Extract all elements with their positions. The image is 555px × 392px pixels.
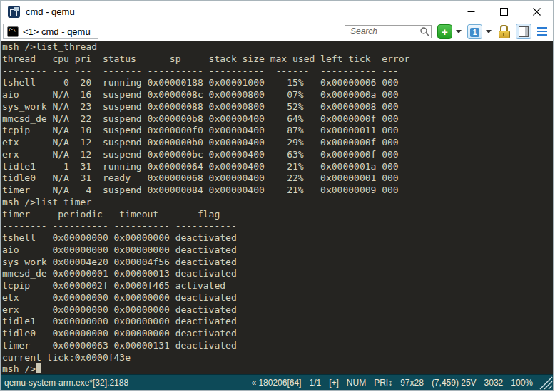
conemu-window: cmd - qemu C:\ <1> cmd - qemu +: [0, 0, 554, 391]
terminal-line: -------- --- --- ------- ---------- ----…: [2, 66, 553, 78]
terminal-line: timer N/A 4 suspend 0x00000084 0x0000040…: [2, 185, 553, 197]
conemu-logo-icon: [8, 6, 20, 18]
new-console-dropdown-icon[interactable]: [456, 30, 462, 33]
status-segment: « 180206[64]: [251, 378, 301, 388]
text-cursor: [36, 363, 41, 373]
terminal-line: msh />list_timer: [2, 197, 553, 209]
cmd-icon: C:\: [7, 26, 19, 37]
new-console-button[interactable]: +: [437, 24, 452, 39]
terminal-line: tcpip N/A 10 suspend 0x000000f0 0x000004…: [2, 125, 553, 137]
close-button[interactable]: [520, 1, 553, 22]
status-segment: 97x28: [400, 378, 424, 388]
terminal-line: tcpip 0x0000002f 0x0000f465 activated: [2, 280, 553, 292]
terminal-line: erx 0x00000000 0x00000000 deactivated: [2, 304, 553, 316]
maximize-button[interactable]: [487, 1, 520, 22]
tab-label: <1> cmd - qemu: [23, 26, 91, 37]
status-segment: NUM: [347, 378, 366, 388]
terminal-line: sys_work 0x00004e20 0x00004f56 deactivat…: [2, 257, 553, 269]
console-number: 1: [470, 28, 479, 37]
terminal-lines: msh />list_threadthread cpu pri status s…: [2, 41, 553, 363]
panes-icon: [519, 26, 529, 37]
status-segment: PRI↕: [374, 378, 392, 388]
resize-grip[interactable]: [537, 375, 553, 390]
status-segment: 100%: [511, 378, 533, 388]
terminal-line: tshell 0x00000000 0x00000000 deactivated: [2, 232, 553, 244]
search-icon[interactable]: [419, 26, 429, 36]
status-segment: 1/1: [309, 378, 321, 388]
console-list-dropdown-icon[interactable]: [486, 30, 492, 33]
main-menu-button[interactable]: [536, 25, 549, 38]
terminal-line: timer 0x00000063 0x00000131 deactivated: [2, 340, 553, 352]
view-panes-toggle[interactable]: [516, 24, 531, 39]
toolbar: + 1: [345, 24, 549, 39]
status-segment: (7,459) 25V: [432, 378, 477, 388]
terminal-line: thread cpu pri status sp stack size max …: [2, 53, 553, 66]
minimize-button[interactable]: [454, 1, 487, 22]
search-box[interactable]: [345, 25, 432, 38]
titlebar[interactable]: cmd - qemu: [1, 1, 553, 22]
prompt-line: msh />: [2, 363, 553, 374]
terminal-line: tidle0 0x00000000 0x00000000 deactivated: [2, 328, 553, 340]
terminal-line: msh />list_thread: [2, 41, 553, 53]
terminal-line: tidle1 1 31 running 0x00000064 0x0000040…: [2, 161, 553, 173]
status-bar: qemu-system-arm.exe*[32]:2188 « 180206[6…: [1, 374, 553, 390]
terminal-output[interactable]: msh />list_threadthread cpu pri status s…: [1, 41, 553, 374]
search-input[interactable]: [349, 26, 419, 37]
maximize-icon: [500, 8, 508, 16]
terminal-line: sys_work N/A 23 suspend 0x00000088 0x000…: [2, 101, 553, 113]
status-segment: [+]: [329, 378, 339, 388]
tab-bar: C:\ <1> cmd - qemu + 1: [1, 22, 553, 41]
active-console-button[interactable]: 1: [467, 24, 482, 39]
shell-prompt: msh />: [2, 363, 36, 374]
window-controls: [454, 1, 553, 22]
terminal-line: tshell 0 20 running 0x00000188 0x0000100…: [2, 77, 553, 89]
hamburger-icon: [537, 27, 547, 29]
terminal-line: aio N/A 16 suspend 0x0000008c 0x00000800…: [2, 89, 553, 101]
terminal-line: etx N/A 12 suspend 0x000000b0 0x00000400…: [2, 137, 553, 149]
terminal-line: erx N/A 12 suspend 0x000000bc 0x00000400…: [2, 149, 553, 161]
terminal-line: tidle0 N/A 31 ready 0x00000068 0x0000040…: [2, 172, 553, 185]
status-process: qemu-system-arm.exe*[32]:2188: [4, 378, 128, 388]
terminal-line: mmcsd_de N/A 22 suspend 0x000000b8 0x000…: [2, 113, 553, 125]
terminal-line: tidle1 0x00000000 0x00000000 deactivated: [2, 316, 553, 328]
terminal-line: -------- ---------- ---------- ---------…: [2, 220, 553, 232]
terminal-line: etx 0x00000000 0x00000000 deactivated: [2, 292, 553, 304]
minimize-icon: [467, 8, 475, 16]
window-title: cmd - qemu: [26, 6, 75, 17]
terminal-line: aio 0x00000000 0x00000000 deactivated: [2, 244, 553, 257]
close-icon: [533, 8, 541, 16]
terminal-line: current tick:0x0000f43e: [2, 352, 553, 364]
status-segment: 3032: [484, 378, 504, 388]
lock-button[interactable]: [497, 25, 511, 38]
terminal-line: timer periodic timeout flag: [2, 209, 553, 221]
terminal-line: mmcsd_de 0x00000001 0x00000013 deactivat…: [2, 268, 553, 280]
status-segments: « 180206[64]1/1[+]NUMPRI↕97x28(7,459) 25…: [243, 378, 533, 388]
lock-icon: [500, 25, 508, 31]
tab-cmd-qemu[interactable]: C:\ <1> cmd - qemu: [3, 24, 98, 39]
